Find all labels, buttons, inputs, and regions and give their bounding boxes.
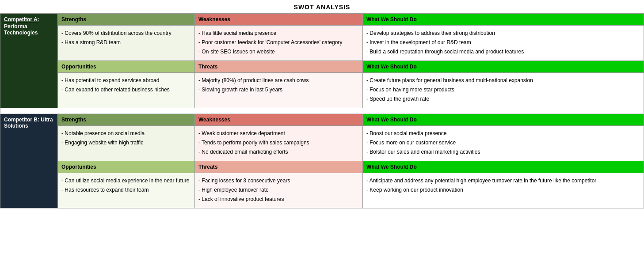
what-header-a-bottom: What We Should Do bbox=[363, 61, 644, 73]
threats-item-b-2: - High employee turnover rate bbox=[198, 186, 359, 194]
weaknesses-content-a: - Has little social media presence - Poo… bbox=[195, 26, 363, 61]
page-title: SWOT ANALYSIS bbox=[0, 0, 644, 13]
threats-item-a-1: - Majority (80%) of product lines are ca… bbox=[198, 76, 359, 84]
weaknesses-header-b: Weaknesses bbox=[195, 114, 363, 126]
strengths-item-b-1: - Notable presence on social media bbox=[61, 129, 191, 137]
what-item-a-1: - Develop strategies to address their st… bbox=[366, 29, 640, 37]
what-item-b-1: - Boost our social media presence bbox=[366, 129, 640, 137]
threats-item-a-2: - Slowing growth rate in last 5 years bbox=[198, 86, 359, 94]
strengths-item-a-1: - Covers 90% of distribution across the … bbox=[61, 29, 191, 37]
what-item-a-3: - Build a solid reputation through socia… bbox=[366, 48, 640, 56]
competitor-a-sw-content-row: - Covers 90% of distribution across the … bbox=[0, 26, 644, 61]
competitor-a-ot-content-row: - Has potential to expand services abroa… bbox=[0, 73, 644, 108]
what-opportunities-content-a: - Create future plans for general busine… bbox=[363, 73, 644, 108]
weaknesses-item-b-3: - No dedicated email marketing efforts bbox=[198, 148, 359, 156]
weaknesses-content-b: - Weak customer service department - Ten… bbox=[195, 126, 363, 161]
threats-header-a: Threats bbox=[195, 61, 363, 73]
opportunities-item-b-1: - Can utilize social media experience in… bbox=[61, 177, 191, 185]
swot-table: Competitor A: Performa Technologies Stre… bbox=[0, 13, 644, 208]
what-opportunities-content-b: - Anticipate and address any potential h… bbox=[363, 173, 644, 208]
weaknesses-item-b-1: - Weak customer service department bbox=[198, 129, 359, 137]
what-header-b-top: What We Should Do bbox=[363, 114, 644, 126]
strengths-header-b: Strengths bbox=[58, 114, 195, 126]
opportunities-item-a-2: - Can expand to other related business n… bbox=[61, 86, 191, 94]
what-strengths-content-a: - Develop strategies to address their st… bbox=[363, 26, 644, 61]
competitor-b-ot-header-row: Opportunities Threats What We Should Do bbox=[0, 161, 644, 173]
what-opp-item-a-1: - Create future plans for general busine… bbox=[366, 76, 640, 84]
strengths-content-b: - Notable presence on social media - Eng… bbox=[58, 126, 195, 161]
competitor-b-sw-content-row: - Notable presence on social media - Eng… bbox=[0, 126, 644, 161]
competitor-a-ot-header-row: Opportunities Threats What We Should Do bbox=[0, 61, 644, 73]
weaknesses-item-a-3: - On-site SEO issues on website bbox=[198, 48, 359, 56]
strengths-content-a: - Covers 90% of distribution across the … bbox=[58, 26, 195, 61]
competitor-b-cell: Competitor B: Ultra Solutions bbox=[0, 114, 58, 208]
threats-item-b-1: - Facing losses for 3 consecutive years bbox=[198, 177, 359, 185]
what-item-b-2: - Focus more on our customer service bbox=[366, 139, 640, 147]
competitor-a-label: Competitor A: bbox=[4, 16, 54, 23]
threats-content-b: - Facing losses for 3 consecutive years … bbox=[195, 173, 363, 208]
threats-item-b-3: - Lack of innovative product features bbox=[198, 195, 359, 203]
strengths-item-a-2: - Has a strong R&D team bbox=[61, 38, 191, 46]
opportunities-content-b: - Can utilize social media experience in… bbox=[58, 173, 195, 208]
spacer-row bbox=[0, 108, 644, 114]
opportunities-header-b: Opportunities bbox=[58, 161, 195, 173]
competitor-a-name: Performa Technologies bbox=[4, 23, 38, 36]
competitor-a-header-row: Competitor A: Performa Technologies Stre… bbox=[0, 14, 644, 26]
what-item-a-2: - Invest in the development of our R&D t… bbox=[366, 38, 640, 46]
weaknesses-header-a: Weaknesses bbox=[195, 14, 363, 26]
what-header-b-bottom: What We Should Do bbox=[363, 161, 644, 173]
spacer-cell bbox=[0, 108, 644, 114]
what-item-b-3: - Bolster our sales and email marketing … bbox=[366, 148, 640, 156]
competitor-a-cell: Competitor A: Performa Technologies bbox=[0, 14, 58, 108]
what-strengths-content-b: - Boost our social media presence - Focu… bbox=[363, 126, 644, 161]
competitor-b-label: Competitor B: bbox=[4, 117, 39, 123]
weaknesses-item-b-2: - Tends to perform poorly with sales cam… bbox=[198, 139, 359, 147]
what-opp-item-b-1: - Anticipate and address any potential h… bbox=[366, 177, 640, 185]
threats-header-b: Threats bbox=[195, 161, 363, 173]
strengths-header-a: Strengths bbox=[58, 14, 195, 26]
weaknesses-item-a-2: - Poor customer feedack for 'Computer Ac… bbox=[198, 38, 359, 46]
opportunities-item-b-2: - Has resources to expand their team bbox=[61, 186, 191, 194]
what-opp-item-a-2: - Focus on having more star products bbox=[366, 86, 640, 94]
threats-content-a: - Majority (80%) of product lines are ca… bbox=[195, 73, 363, 108]
opportunities-header-a: Opportunities bbox=[58, 61, 195, 73]
what-header-a-top: What We Should Do bbox=[363, 14, 644, 26]
what-opp-item-b-2: - Keep working on our product innovation bbox=[366, 186, 640, 194]
competitor-b-header-row: Competitor B: Ultra Solutions Strengths … bbox=[0, 114, 644, 126]
competitor-b-ot-content-row: - Can utilize social media experience in… bbox=[0, 173, 644, 208]
what-opp-item-a-3: - Speed up the growth rate bbox=[366, 95, 640, 103]
opportunities-item-a-1: - Has potential to expand services abroa… bbox=[61, 76, 191, 84]
strengths-item-b-2: - Engaging website with high traffic bbox=[61, 139, 191, 147]
weaknesses-item-a-1: - Has little social media presence bbox=[198, 29, 359, 37]
opportunities-content-a: - Has potential to expand services abroa… bbox=[58, 73, 195, 108]
